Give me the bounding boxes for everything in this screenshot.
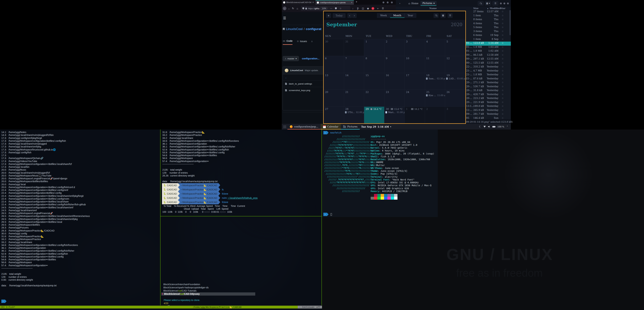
star-icon[interactable]: ☆ xyxy=(501,81,504,84)
file-link[interactable]: dash_to_panel.settings xyxy=(289,82,312,85)
back-button[interactable]: ← xyxy=(283,6,286,10)
browser-tab-configuration[interactable]: configuration/popos-gnom × xyxy=(316,0,354,5)
calendar-day-cell[interactable]: 3 xyxy=(405,39,425,56)
calendar-day-cell[interactable]: 4 xyxy=(425,39,445,56)
calendar-day-cell[interactable]: 3015.6 °CMari...01:00 pm xyxy=(384,106,405,123)
calendar-day-cell[interactable]: 16 xyxy=(384,73,405,90)
calendar-day-cell[interactable]: 18Sam...02:30 pm xyxy=(425,73,445,90)
repo-owner-link[interactable]: LinuxIsCool xyxy=(286,27,302,31)
calendar-day-cell[interactable]: 9 xyxy=(384,56,405,73)
star-icon[interactable]: ☆ xyxy=(501,30,504,32)
bookmark-star-icon[interactable]: ☆ xyxy=(338,7,343,10)
star-icon[interactable]: ☆ xyxy=(501,42,504,44)
star-icon[interactable]: ☆ xyxy=(501,22,504,25)
view-tab-week[interactable]: Week xyxy=(377,13,390,18)
calendar-event[interactable]: Sam...02:30 pm xyxy=(426,77,444,80)
star-icon[interactable]: ☆ xyxy=(501,10,504,13)
reload-button[interactable]: ↻ xyxy=(291,7,295,10)
calendar-day-cell[interactable]: 15 xyxy=(364,73,384,90)
star-icon[interactable]: ☆ xyxy=(501,73,504,76)
calendar-event[interactable]: Mari...01:00 pm xyxy=(386,111,404,114)
forward-button[interactable]: → xyxy=(286,7,291,10)
new-tab-button[interactable]: + xyxy=(354,0,359,5)
neofetch-terminal-window[interactable]: ~ neofetch ///////////// ///////////////… xyxy=(322,130,438,217)
fzf-item[interactable]: >BlockScience/cadCAD-Odyssey xyxy=(161,292,255,296)
calendar-day-cell[interactable]: 13 xyxy=(324,73,344,90)
tab-issues[interactable]: ⊙ Issues xyxy=(297,40,307,45)
star-icon[interactable]: ☆ xyxy=(501,69,504,72)
column-star[interactable]: Star xyxy=(500,7,506,10)
taskbar-item-pictures[interactable]: Pictures xyxy=(341,124,360,130)
clock[interactable]: Tue Sep 29 1:16 AM xyxy=(361,124,391,130)
column-name[interactable]: Name xyxy=(429,7,437,10)
menu-icon[interactable]: ☰ xyxy=(380,7,386,10)
browser-tab-blockscience[interactable]: BlockScience/cadCAD-Od × xyxy=(282,0,316,5)
calendar-day-cell[interactable]: 3 xyxy=(445,106,466,123)
tab-pull-requests[interactable]: Y xyxy=(311,40,312,45)
month-grid-button[interactable]: ▦ xyxy=(440,13,446,18)
tmux-pane-border[interactable] xyxy=(160,130,160,305)
star-icon[interactable]: ☆ xyxy=(501,65,504,68)
star-icon[interactable]: ☆ xyxy=(501,46,504,48)
fzf-item[interactable]: BlockScience/spark-hadoopcryptoledger-ds xyxy=(161,286,255,289)
tab-code[interactable]: <> Code xyxy=(283,40,292,45)
star-icon[interactable]: ☆ xyxy=(501,116,504,119)
today-button[interactable]: Today xyxy=(333,13,346,18)
star-icon[interactable]: ☆ xyxy=(501,18,504,21)
column-modified[interactable]: Modified xyxy=(490,7,501,10)
calendar-day-cell[interactable]: 116.2 °C xyxy=(405,106,425,123)
calendar-day-cell[interactable]: 6 xyxy=(324,56,344,73)
close-tab-icon[interactable]: × xyxy=(351,1,352,4)
menu-button[interactable]: ☰ xyxy=(492,1,498,6)
star-icon[interactable]: ☆ xyxy=(501,105,504,107)
calendar-day-cell[interactable]: 23 xyxy=(384,90,405,106)
calendar-day-cell[interactable]: 14 xyxy=(344,73,364,90)
star-icon[interactable]: ☆ xyxy=(501,62,504,64)
avatar[interactable] xyxy=(285,68,288,72)
star-icon[interactable]: ☆ xyxy=(501,89,504,92)
volume-icon[interactable] xyxy=(488,126,490,128)
star-icon[interactable]: ☆ xyxy=(501,97,504,100)
star-icon[interactable]: ☆ xyxy=(501,14,504,17)
view-tab-month[interactable]: Month xyxy=(390,13,404,18)
sidebar-icon[interactable]: ◫ xyxy=(360,7,366,10)
search-button[interactable] xyxy=(434,13,438,18)
calendar-day-cell[interactable]: 26 xyxy=(445,90,466,106)
close-button[interactable] xyxy=(391,2,393,3)
star-icon[interactable]: ☆ xyxy=(501,54,504,56)
scrollbar[interactable] xyxy=(510,10,510,35)
taskbar-item-configuration-pop-[interactable]: configuration/pop... xyxy=(288,124,321,130)
minimize-button[interactable] xyxy=(500,2,502,4)
commit-author[interactable]: LinuxIsCool xyxy=(290,69,303,72)
github-hamburger-icon[interactable]: ☰ xyxy=(283,16,286,20)
tmux-session-window[interactable]: [0] 1:fish* xyxy=(1,306,15,308)
breadcrumb-home[interactable]: ⌂ Home xyxy=(406,1,420,6)
forward-button[interactable]: › xyxy=(398,2,402,5)
star-icon[interactable]: ☆ xyxy=(501,38,504,40)
updir-link[interactable]: .. xyxy=(285,76,287,79)
calendar-day-cell[interactable]: 10 xyxy=(405,56,425,73)
commit-message[interactable]: Major update. xyxy=(305,69,319,72)
system-tray[interactable]: ☾ 100 % ⌃ xyxy=(479,124,511,130)
permissions-icon[interactable] xyxy=(335,8,337,10)
maximize-button[interactable] xyxy=(504,2,505,4)
calendar-day-cell[interactable]: 20 xyxy=(324,90,344,106)
show-apps-button[interactable] xyxy=(282,124,288,130)
tmux-pane-middle[interactable]: 31.6: /home/ygg/Workspace/Practice📐33.2:… xyxy=(162,131,321,183)
extension-icon[interactable]: » xyxy=(372,7,374,10)
library-icon[interactable]: ∥\ xyxy=(355,7,360,10)
column-size[interactable]: Size xyxy=(473,7,478,10)
zoom-level-badge[interactable]: 110% xyxy=(320,7,328,10)
calendar-day-cell[interactable]: 2 xyxy=(425,106,445,123)
next-month-button[interactable]: › xyxy=(352,13,356,18)
star-icon[interactable]: ☆ xyxy=(501,85,504,88)
maximize-button[interactable] xyxy=(387,2,388,3)
star-icon[interactable]: ☆ xyxy=(501,112,504,115)
calendar-day-cell[interactable]: 7 xyxy=(344,56,364,73)
path-breadcrumb-link[interactable]: configuration... xyxy=(302,57,320,60)
calendar-day-cell[interactable]: 21 xyxy=(344,90,364,106)
breadcrumb-pictures[interactable]: Pictures ▾ xyxy=(420,1,437,6)
close-tab-icon[interactable]: × xyxy=(312,1,314,4)
star-icon[interactable]: ☆ xyxy=(501,93,504,96)
star-icon[interactable]: ☆ xyxy=(501,77,504,80)
